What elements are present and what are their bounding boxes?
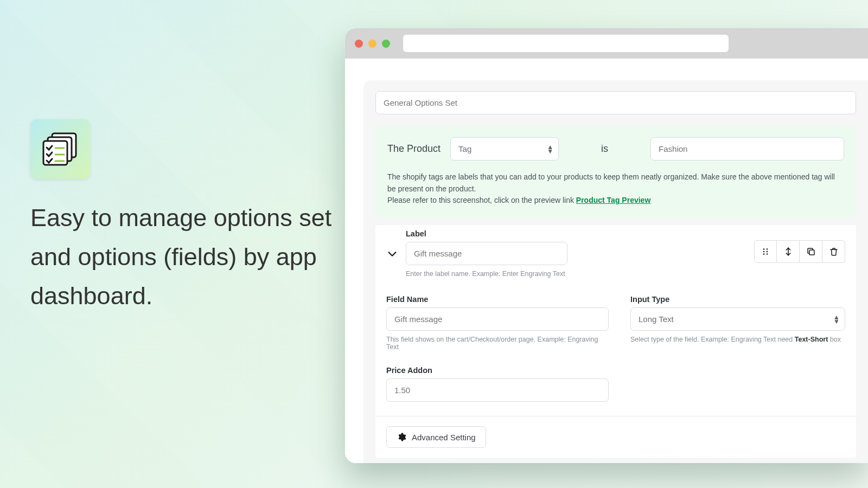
input-type-hint: Select type of the field. Example: Engra… [630, 336, 845, 343]
svg-point-6 [763, 248, 765, 250]
input-type-select[interactable]: Long Text [630, 307, 845, 331]
rule-help: The shopify tags are labels that you can… [387, 171, 844, 207]
svg-point-10 [763, 253, 765, 255]
rule-attribute-select[interactable]: Tag [450, 137, 559, 160]
options-panel: The Product Tag ▲▼ is The shopify tags a… [363, 80, 868, 463]
gear-icon [397, 432, 406, 442]
price-addon-input[interactable] [386, 378, 609, 402]
field-name-label: Field Name [386, 295, 609, 304]
rule-lead: The Product [387, 143, 441, 155]
maximize-dot[interactable] [382, 40, 390, 48]
field-name-hint: This field shows on the cart/Checkout/or… [386, 336, 609, 351]
field-name-input[interactable] [386, 307, 609, 331]
price-addon-label: Price Addon [386, 366, 845, 375]
app-icon [30, 119, 90, 179]
rule-value-input[interactable] [650, 137, 844, 160]
minimize-dot[interactable] [368, 40, 376, 48]
input-type-label: Input Type [630, 295, 845, 304]
close-dot[interactable] [355, 40, 363, 48]
svg-point-7 [767, 248, 768, 250]
rule-op: is [601, 143, 608, 155]
product-rule: The Product Tag ▲▼ is The shopify tags a… [375, 125, 856, 217]
reorder-icon[interactable] [777, 240, 800, 263]
app-window: The Product Tag ▲▼ is The shopify tags a… [345, 28, 868, 463]
delete-icon[interactable] [822, 240, 845, 263]
advanced-setting-button[interactable]: Advanced Setting [386, 426, 486, 448]
marketing-headline: Easy to manage options set and options (… [30, 198, 334, 316]
svg-rect-12 [809, 250, 814, 255]
field-card: Label Enter the label name. Example: Ent… [375, 225, 856, 458]
label-hint: Enter the label name. Example: Enter Eng… [406, 270, 567, 278]
svg-point-9 [767, 251, 768, 253]
collapse-toggle[interactable] [386, 248, 398, 260]
drag-handle-icon[interactable] [754, 240, 777, 263]
address-bar[interactable] [403, 35, 729, 52]
product-tag-preview-link[interactable]: Product Tag Preview [576, 196, 650, 204]
window-titlebar [345, 28, 868, 59]
svg-point-11 [767, 253, 768, 255]
svg-point-8 [763, 251, 765, 253]
options-set-input[interactable] [375, 91, 856, 114]
duplicate-icon[interactable] [800, 240, 822, 263]
label-field-label: Label [406, 229, 567, 238]
label-input[interactable] [406, 242, 567, 265]
